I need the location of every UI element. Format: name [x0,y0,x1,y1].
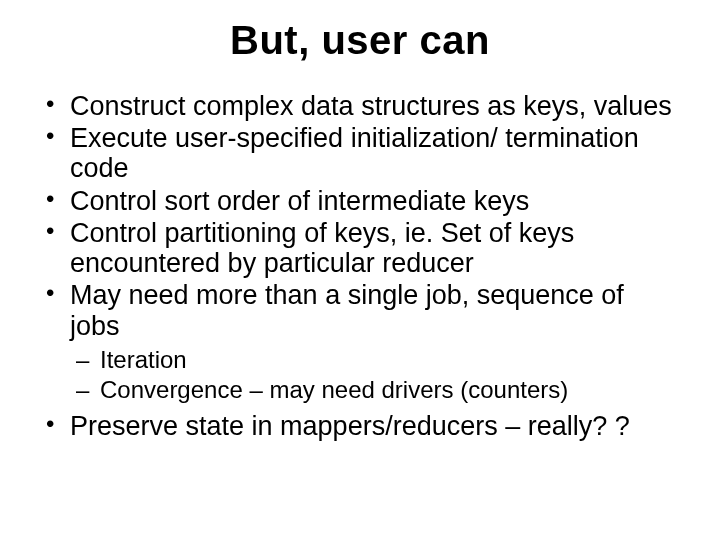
bullet-list: Construct complex data structures as key… [40,91,680,341]
bullet-item: Control partitioning of keys, ie. Set of… [40,218,680,278]
bullet-item: Preserve state in mappers/reducers – rea… [40,411,680,441]
bullet-list: Preserve state in mappers/reducers – rea… [40,411,680,441]
bullet-item: Control sort order of intermediate keys [40,186,680,216]
bullet-item: May need more than a single job, sequenc… [40,280,680,340]
slide-title: But, user can [40,18,680,63]
sub-bullet-list: Iteration Convergence – may need drivers… [40,345,680,405]
sub-bullet-item: Convergence – may need drivers (counters… [40,375,680,405]
bullet-item: Execute user-specified initialization/ t… [40,123,680,183]
slide: But, user can Construct complex data str… [0,0,720,540]
sub-bullet-item: Iteration [40,345,680,375]
bullet-item: Construct complex data structures as key… [40,91,680,121]
